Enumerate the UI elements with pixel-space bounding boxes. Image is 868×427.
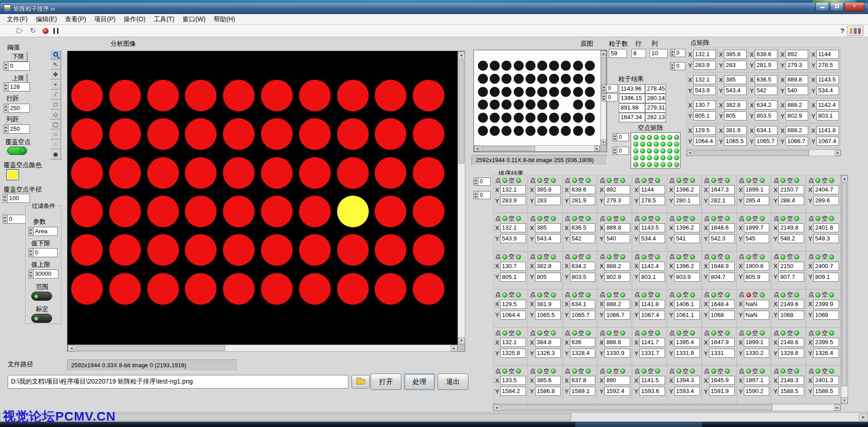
analysis-horizontal-scrollbar[interactable]: ◄ ► <box>68 345 458 352</box>
open-button[interactable]: 打开 <box>371 374 401 390</box>
menu-item-3[interactable]: 项目(P) <box>90 14 120 24</box>
increment-decrement[interactable] <box>670 49 675 57</box>
scroll-right-arrow[interactable]: ► <box>859 413 868 421</box>
menu-item-2[interactable]: 查看(P) <box>61 14 91 24</box>
pause-icon[interactable] <box>53 28 58 34</box>
diamond-tool-icon[interactable]: ◇ <box>50 110 61 120</box>
point-matrix-col-index[interactable]: 0 <box>670 62 685 70</box>
empty-matrix-col-index[interactable]: 0 <box>612 147 629 155</box>
scroll-thumb[interactable] <box>694 150 809 155</box>
scroll-right-arrow[interactable]: ► <box>451 345 458 351</box>
analysis-image[interactable] <box>68 51 458 345</box>
run-icon[interactable]: ▶ <box>17 26 23 34</box>
menu-item-0[interactable]: 文件(F) <box>3 14 32 24</box>
scroll-left-arrow[interactable]: ◄ <box>474 146 480 151</box>
sorted-horizontal-scrollbar[interactable]: ◄ ► <box>493 404 841 411</box>
scroll-thumb[interactable] <box>501 405 772 410</box>
file-path-input[interactable]: D:\我的文档\项目\程序项目\20220719 矩阵粒子排序\test-ng1… <box>8 375 348 389</box>
particle-results-index-2[interactable]: 0 <box>602 93 618 101</box>
increment-decrement[interactable] <box>473 191 478 199</box>
cover-radius-input[interactable]: 100 <box>3 194 30 203</box>
lower-threshold-input[interactable]: 0 <box>4 62 30 71</box>
increment-decrement[interactable] <box>612 133 617 141</box>
value-lower-value[interactable]: 0 <box>33 248 58 257</box>
scroll-thumb[interactable] <box>842 182 847 386</box>
scroll-thumb[interactable] <box>458 59 464 163</box>
increment-decrement[interactable] <box>602 84 606 92</box>
freehand-tool-icon[interactable]: ◌ <box>50 139 61 149</box>
cover-radius-value[interactable]: 100 <box>7 194 30 203</box>
cover-color-swatch[interactable] <box>6 169 19 180</box>
process-button[interactable]: 处理 <box>404 374 435 390</box>
browse-button[interactable] <box>352 375 370 389</box>
cover-empty-toggle[interactable] <box>7 147 27 155</box>
upper-threshold-input[interactable]: 128 <box>4 82 30 91</box>
rectangle-tool-icon[interactable]: □ <box>50 100 61 110</box>
param-ring[interactable]: Area <box>29 227 58 236</box>
annulus-tool-icon[interactable]: ◉ <box>50 149 61 159</box>
calibrate-toggle[interactable] <box>31 314 52 323</box>
increment-decrement[interactable] <box>4 125 8 134</box>
value-lower-input[interactable]: 0 <box>29 248 58 257</box>
index-value[interactable]: 0 <box>606 93 618 101</box>
original-image[interactable] <box>474 50 600 145</box>
menu-item-5[interactable]: 工具(T) <box>149 14 178 24</box>
index-value[interactable]: 0 <box>617 133 629 141</box>
left-index-value[interactable]: 0 <box>7 215 26 224</box>
increment-decrement[interactable] <box>4 82 8 91</box>
exit-button[interactable]: 退出 <box>438 374 468 390</box>
crosshair-tool-icon[interactable]: + <box>50 80 61 90</box>
scroll-left-arrow[interactable]: ◄ <box>687 150 693 156</box>
sorted-vertical-scrollbar[interactable]: ▲ ▼ <box>841 175 848 404</box>
menu-item-7[interactable]: 帮助(H) <box>210 14 239 24</box>
scroll-right-arrow[interactable]: ► <box>834 404 840 411</box>
increment-decrement[interactable] <box>670 62 675 70</box>
col-gap-value[interactable]: 250 <box>8 125 30 134</box>
abort-icon[interactable] <box>43 28 48 34</box>
particle-results-index-1[interactable]: 0 <box>602 84 618 92</box>
scroll-down-arrow[interactable]: ▼ <box>841 397 848 403</box>
scroll-thumb[interactable] <box>76 345 225 351</box>
scroll-right-arrow[interactable]: ► <box>835 150 841 156</box>
row-gap-input[interactable]: 250 <box>4 104 30 113</box>
menu-item-6[interactable]: 窗口(W) <box>178 14 210 24</box>
minimize-button[interactable] <box>815 3 829 11</box>
menu-item-4[interactable]: 操作(O) <box>120 14 149 24</box>
increment-decrement[interactable] <box>473 178 478 186</box>
index-value[interactable]: 0 <box>617 147 629 155</box>
sorted-row-index[interactable]: 0 <box>473 178 491 186</box>
increment-decrement[interactable] <box>4 62 8 71</box>
scroll-up-arrow[interactable]: ▲ <box>841 175 848 182</box>
point-matrix-row-index[interactable]: 0 <box>670 49 685 57</box>
sorted-col-index[interactable]: 0 <box>473 191 491 199</box>
range-toggle[interactable] <box>31 292 52 301</box>
zoom-tool-icon[interactable] <box>50 50 61 60</box>
index-value[interactable]: 0 <box>606 84 618 92</box>
increment-decrement[interactable] <box>29 227 33 236</box>
scroll-thumb[interactable] <box>481 146 535 151</box>
scroll-right-arrow[interactable]: ► <box>594 146 600 151</box>
point-matrix-horizontal-scrollbar[interactable]: ◄ ► <box>686 149 841 156</box>
increment-decrement[interactable] <box>3 194 7 203</box>
oval-tool-icon[interactable]: ○ <box>50 130 61 139</box>
scroll-up-arrow[interactable]: ▲ <box>458 52 465 58</box>
scroll-down-arrow[interactable]: ▼ <box>458 337 465 344</box>
increment-decrement[interactable] <box>29 269 33 278</box>
left-index-input[interactable]: 0 <box>3 215 26 224</box>
close-button[interactable]: × <box>844 3 864 11</box>
scroll-up-arrow[interactable]: ▲ <box>601 51 606 56</box>
increment-decrement[interactable] <box>4 104 8 113</box>
empty-matrix-row-index[interactable]: 0 <box>612 133 629 141</box>
scroll-left-arrow[interactable]: ◄ <box>493 404 500 411</box>
scroll-left-arrow[interactable]: ◄ <box>68 345 75 351</box>
index-value[interactable]: 0 <box>478 191 491 199</box>
col-gap-input[interactable]: 250 <box>4 125 30 134</box>
menu-item-1[interactable]: 编辑(E) <box>32 14 61 24</box>
original-horizontal-scrollbar[interactable]: ◄ ► <box>474 145 600 152</box>
increment-decrement[interactable] <box>602 93 606 101</box>
upper-threshold-value[interactable]: 128 <box>8 82 30 91</box>
param-value[interactable]: Area <box>33 227 58 236</box>
line-tool-icon[interactable]: ∕ <box>50 90 61 100</box>
increment-decrement[interactable] <box>29 248 33 257</box>
pointer-tool-icon[interactable]: ↖ <box>50 60 61 70</box>
